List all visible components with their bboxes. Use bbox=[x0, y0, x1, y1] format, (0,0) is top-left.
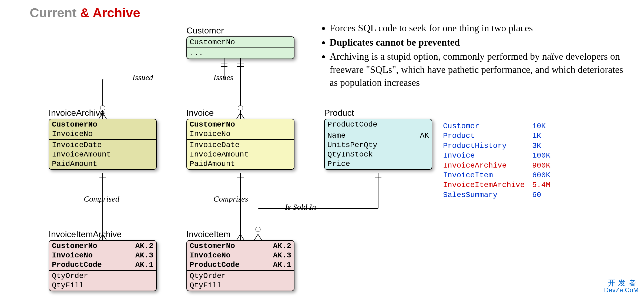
rel-label-comprised: Comprised bbox=[84, 194, 119, 203]
stats-table: Customer10KProduct1KProductHistory3KInvo… bbox=[443, 121, 550, 200]
stats-value: 900K bbox=[532, 161, 550, 171]
note-item: Forces SQL code to seek for one thing in… bbox=[330, 22, 629, 35]
entity-label-product: Product bbox=[324, 108, 354, 118]
stats-row: Customer10K bbox=[443, 121, 550, 131]
rel-label-comprises: Comprises bbox=[213, 194, 248, 203]
entity-invoice: CustomerNo InvoiceNo InvoiceDate Invoice… bbox=[186, 119, 294, 170]
prod-row-1: UnitsPerQty bbox=[327, 140, 429, 150]
entity-label-customer: Customer bbox=[186, 26, 224, 36]
ii-attr-0: QtyOrder bbox=[190, 271, 291, 281]
stats-row: InvoiceItem600K bbox=[443, 171, 550, 180]
stats-row: SalesSummary60 bbox=[443, 190, 550, 200]
entity-invoice-item: CustomerNoAK.2 InvoiceNoAK.3 ProductCode… bbox=[186, 240, 294, 291]
entity-label-invoice-item-archive: InvoiceItemArchive bbox=[49, 229, 122, 239]
svg-point-25 bbox=[256, 227, 260, 232]
svg-line-15 bbox=[240, 234, 244, 240]
entity-customer: CustomerNo ... bbox=[186, 36, 294, 59]
iia-pk-2: ProductCodeAK.1 bbox=[52, 260, 153, 270]
watermark: 开发者 DevZe.CoM bbox=[604, 279, 639, 293]
prod-row-0: Name AK bbox=[327, 131, 429, 140]
stats-row: Product1K bbox=[443, 131, 550, 141]
inv-pk-0: CustomerNo bbox=[190, 120, 291, 129]
stats-name: InvoiceItemArchive bbox=[443, 180, 532, 190]
iia-attr-0: QtyOrder bbox=[52, 271, 153, 281]
stats-row: InvoiceItemArchive5.4M bbox=[443, 180, 550, 190]
title-right: & Archive bbox=[80, 6, 140, 20]
ii-pk-2: ProductCodeAK.1 bbox=[190, 260, 291, 270]
ia-pk-1: InvoiceNo bbox=[52, 129, 153, 139]
inv-attr-2: PaidAmount bbox=[190, 159, 291, 169]
stats-row: InvoiceArchive900K bbox=[443, 161, 550, 171]
watermark-cn: 开发者 bbox=[604, 279, 639, 287]
stats-name: Customer bbox=[443, 121, 532, 131]
stats-value: 600K bbox=[532, 171, 550, 180]
svg-point-3 bbox=[238, 106, 243, 110]
page-title: Current & Archive bbox=[30, 5, 140, 20]
ii-pk-0: CustomerNoAK.2 bbox=[190, 241, 291, 251]
rel-label-issues: Issues bbox=[213, 73, 233, 82]
stats-value: 100K bbox=[532, 151, 550, 161]
prod-row-3: Price bbox=[327, 159, 429, 169]
note-item: Duplicates cannot be prevented bbox=[330, 36, 629, 49]
stats-value: 1K bbox=[532, 131, 541, 141]
entity-product: ProductCode Name AK UnitsPerQty QtyInSto… bbox=[324, 119, 432, 170]
iia-attr-1: QtyFill bbox=[52, 281, 153, 290]
entity-invoice-item-archive: CustomerNoAK.2 InvoiceNoAK.3 ProductCode… bbox=[49, 240, 157, 291]
stats-name: ProductHistory bbox=[443, 141, 532, 151]
stats-name: InvoiceItem bbox=[443, 171, 532, 180]
rel-label-is-sold-in: Is Sold In bbox=[285, 202, 316, 212]
svg-line-26 bbox=[254, 234, 258, 240]
inv-pk-1: InvoiceNo bbox=[190, 129, 291, 139]
stats-value: 5.4M bbox=[532, 180, 550, 190]
stats-value: 10K bbox=[532, 121, 546, 131]
stats-name: InvoiceArchive bbox=[443, 161, 532, 171]
entity-invoice-archive: CustomerNo InvoiceNo InvoiceDate Invoice… bbox=[49, 119, 157, 170]
svg-line-4 bbox=[237, 113, 240, 119]
stats-row: ProductHistory3K bbox=[443, 141, 550, 151]
inv-attr-0: InvoiceDate bbox=[190, 140, 291, 150]
entity-label-invoice-archive: InvoiceArchive bbox=[49, 108, 105, 118]
ia-attr-2: PaidAmount bbox=[52, 159, 153, 169]
ii-pk-1: InvoiceNoAK.3 bbox=[190, 251, 291, 260]
stats-row: Invoice100K bbox=[443, 151, 550, 161]
iia-pk-0: CustomerNoAK.2 bbox=[52, 241, 153, 251]
ia-attr-0: InvoiceDate bbox=[52, 140, 153, 150]
ii-attr-1: QtyFill bbox=[190, 281, 291, 290]
entity-label-invoice-item: InvoiceItem bbox=[186, 229, 231, 239]
ia-pk-0: CustomerNo bbox=[52, 120, 153, 129]
notes-list: Forces SQL code to seek for one thing in… bbox=[319, 22, 629, 90]
svg-line-5 bbox=[240, 113, 244, 119]
stats-value: 60 bbox=[532, 190, 541, 200]
stats-name: Product bbox=[443, 131, 532, 141]
svg-line-27 bbox=[258, 234, 262, 240]
customer-rest: ... bbox=[187, 47, 294, 59]
inv-attr-1: InvoiceAmount bbox=[190, 150, 291, 159]
customer-pk: CustomerNo bbox=[187, 37, 294, 47]
iia-pk-1: InvoiceNoAK.3 bbox=[52, 251, 153, 260]
svg-line-14 bbox=[237, 234, 240, 240]
ia-attr-1: InvoiceAmount bbox=[52, 150, 153, 159]
note-item: Archiving is a stupid option, commonly p… bbox=[330, 50, 629, 89]
prod-pk: ProductCode bbox=[325, 119, 432, 130]
rel-label-issued: Issued bbox=[132, 73, 153, 82]
title-left: Current bbox=[30, 6, 80, 20]
watermark-en: DevZe.CoM bbox=[604, 287, 639, 293]
stats-name: Invoice bbox=[443, 151, 532, 161]
prod-row-2: QtyInStock bbox=[327, 150, 429, 159]
entity-label-invoice: Invoice bbox=[186, 108, 214, 118]
stats-value: 3K bbox=[532, 141, 541, 151]
stats-name: SalesSummary bbox=[443, 190, 532, 200]
